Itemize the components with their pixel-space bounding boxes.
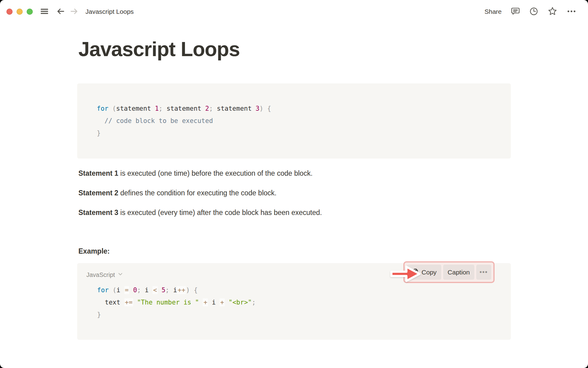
- topbar: Javascript Loops Share: [0, 0, 588, 23]
- bold-text: Statement 1: [78, 169, 118, 177]
- page-options-button[interactable]: [567, 7, 576, 17]
- share-button[interactable]: Share: [484, 8, 502, 15]
- star-icon: [548, 6, 557, 17]
- sidebar-toggle-button[interactable]: [40, 7, 49, 17]
- language-label: JavaScript: [86, 271, 115, 278]
- chevron-down-icon: [118, 271, 123, 278]
- favorite-button[interactable]: [548, 6, 557, 17]
- zoom-button[interactable]: [27, 9, 33, 15]
- paragraph-statement-3: Statement 3 is executed (every time) aft…: [78, 208, 511, 217]
- comment-icon: [511, 7, 520, 17]
- back-button[interactable]: [56, 7, 65, 17]
- minimize-button[interactable]: [17, 9, 23, 15]
- code-block-syntax[interactable]: for (statement 1; statement 2; statement…: [77, 83, 511, 159]
- topbar-actions: Share: [484, 6, 576, 17]
- code-text: for (i = 0; i < 5; i++) { text += "The n…: [86, 284, 491, 321]
- bold-text: Statement 3: [78, 209, 118, 217]
- breadcrumb-title[interactable]: Javascript Loops: [85, 8, 134, 15]
- traffic-lights: [6, 9, 33, 15]
- annotation-arrow-icon: [390, 264, 422, 285]
- example-heading: Example:: [78, 246, 511, 256]
- history-button[interactable]: [529, 7, 538, 17]
- more-icon: [567, 7, 576, 17]
- paragraph-statement-1: Statement 1 is executed (one time) befor…: [78, 168, 511, 178]
- body-text: is executed (every time) after the code …: [118, 209, 322, 217]
- body-text: defines the condition for executing the …: [118, 189, 277, 197]
- ellipsis-icon: •••: [480, 269, 488, 276]
- hamburger-icon: [40, 7, 49, 17]
- comments-button[interactable]: [511, 7, 520, 17]
- forward-button[interactable]: [70, 7, 79, 17]
- clock-icon: [529, 7, 538, 17]
- page-title[interactable]: Javascript Loops: [78, 37, 511, 61]
- caption-button[interactable]: Caption: [443, 265, 474, 280]
- paragraph-statement-2: Statement 2 defines the condition for ex…: [78, 188, 511, 198]
- bold-text: Statement 2: [78, 189, 118, 197]
- code-text: for (statement 1; statement 2; statement…: [97, 102, 491, 139]
- close-button[interactable]: [6, 9, 13, 15]
- page-content: Javascript Loops for (statement 1; state…: [77, 37, 511, 340]
- code-block-example[interactable]: JavaScript for (i = 0; i < 5; i++) { tex…: [77, 263, 511, 340]
- code-more-button[interactable]: •••: [476, 265, 491, 280]
- body-text: is executed (one time) before the execut…: [118, 169, 312, 177]
- copy-label: Copy: [422, 269, 437, 276]
- language-selector[interactable]: JavaScript: [86, 271, 123, 279]
- forward-arrow-icon: [70, 7, 79, 17]
- caption-label: Caption: [448, 269, 470, 276]
- back-arrow-icon: [56, 7, 65, 17]
- app-window: Javascript Loops Share: [0, 0, 588, 368]
